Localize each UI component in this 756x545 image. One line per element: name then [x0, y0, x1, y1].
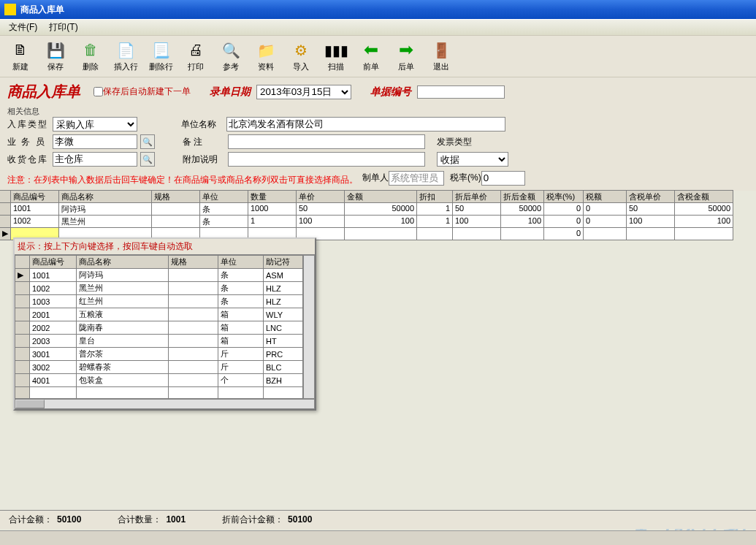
- remark-label: 备 注: [183, 136, 225, 148]
- tax-rate-label: 税率(%): [450, 172, 481, 184]
- magnify-icon: 🔍: [221, 40, 241, 60]
- creator-label: 制单人: [362, 172, 389, 184]
- warehouse-label: 收货仓库: [7, 153, 50, 166]
- folder-icon: 📁: [256, 40, 276, 60]
- operator-lookup-button[interactable]: 🔍: [140, 134, 155, 149]
- inbound-type-select[interactable]: 采购入库: [53, 117, 137, 132]
- form-legend: 相关信息: [7, 106, 749, 117]
- window-title: 商品入库单: [20, 4, 64, 16]
- gear-icon: ⚙: [291, 40, 311, 60]
- delete-row-button[interactable]: 📃删除行: [145, 39, 177, 74]
- list-item[interactable]: [15, 387, 303, 399]
- total-qty-value: 1001: [166, 514, 186, 525]
- extra-note-label: 附加说明: [183, 153, 225, 166]
- import-button[interactable]: ⚙导入: [285, 39, 317, 74]
- total-qty-label: 合计数量：: [118, 514, 161, 525]
- auto-new-checkbox[interactable]: 保存后自动新建下一单: [93, 85, 191, 98]
- unit-name-input[interactable]: [226, 117, 505, 132]
- barcode-icon: ▮▮▮: [326, 40, 346, 60]
- deleterow-icon: 📃: [150, 40, 171, 60]
- list-item[interactable]: 2002陇南春箱LNC: [15, 321, 303, 335]
- next-button[interactable]: ➡后单: [390, 39, 422, 74]
- lookup-table[interactable]: 商品编号商品名称规格单位助记符 ▶1001阿诗玛条ASM 1002黑兰州条HLZ…: [15, 255, 303, 399]
- remark-input[interactable]: [228, 134, 425, 149]
- bill-date-label: 录单日期: [210, 85, 251, 99]
- list-item[interactable]: 3002碧螺春茶斤BLC: [15, 361, 303, 374]
- invoice-type-select[interactable]: 收据: [437, 152, 508, 167]
- main-grid[interactable]: 商品编号 商品名称 规格 单位 数量 单价 金额 折扣 折后单价 折后金额 税率…: [0, 191, 756, 240]
- total-amount-value: 50100: [57, 514, 81, 525]
- operator-input[interactable]: [53, 134, 137, 149]
- disk-icon: 💾: [45, 40, 66, 60]
- grid-header-row: 商品编号 商品名称 规格 单位 数量 单价 金额 折扣 折后单价 折后金额 税率…: [0, 191, 756, 203]
- bill-no-input[interactable]: [417, 85, 505, 99]
- inbound-type-label: 入库类型: [7, 118, 50, 131]
- status-bar: [0, 530, 756, 545]
- before-disc-value: 50100: [288, 514, 312, 525]
- tax-rate-input[interactable]: [481, 171, 525, 186]
- menu-file[interactable]: 文件(F): [3, 20, 43, 35]
- vertical-scrollbar[interactable]: [303, 255, 315, 399]
- total-amount-label: 合计金额：: [9, 514, 53, 525]
- arrow-left-icon: ⬅: [361, 39, 381, 60]
- trash-icon: 🗑: [80, 40, 101, 60]
- info-button[interactable]: 📁资料: [250, 39, 282, 74]
- operator-label: 业 务 员: [7, 136, 50, 148]
- list-item[interactable]: 2003皇台箱HT: [15, 335, 303, 348]
- insert-row-button[interactable]: 📄插入行: [110, 39, 142, 74]
- list-item[interactable]: 4001包装盒个BZH: [15, 374, 303, 387]
- file-icon: 🗎: [10, 40, 31, 60]
- list-item[interactable]: 2001五粮液箱WLY: [15, 308, 303, 321]
- form-area: 商品入库单 保存后自动新建下一单 录单日期 2013年03月15日 单据编号 相…: [0, 77, 756, 191]
- extra-note-input[interactable]: [228, 152, 425, 167]
- bill-date-select[interactable]: 2013年03月15日: [256, 85, 351, 99]
- list-item[interactable]: ▶1001阿诗玛条ASM: [15, 269, 303, 282]
- table-row[interactable]: 1002黑兰州条1100100110010000100100: [0, 216, 756, 228]
- page-title: 商品入库单: [7, 82, 80, 102]
- table-row[interactable]: 1001阿诗玛条1000505000015050000005050000: [0, 203, 756, 216]
- footer-bar: 合计金额：50100 合计数量：1001 折前合计金额：50100: [0, 510, 756, 529]
- unit-name-label: 单位名称: [181, 118, 224, 131]
- insert-icon: 📄: [115, 40, 136, 60]
- toolbar: 🗎新建 💾保存 🗑删除 📄插入行 📃删除行 🖨打印 🔍参考 📁资料 ⚙导入 ▮▮…: [0, 35, 756, 77]
- scan-button[interactable]: ▮▮▮扫描: [320, 39, 352, 74]
- menu-print[interactable]: 打印(T): [43, 20, 83, 35]
- bill-no-label: 单据编号: [370, 85, 411, 99]
- invoice-type-label: 发票类型: [437, 136, 479, 148]
- list-item[interactable]: 3001普尔茶斤PRC: [15, 348, 303, 361]
- prev-button[interactable]: ⬅前单: [355, 39, 387, 74]
- warehouse-lookup-button[interactable]: 🔍: [140, 152, 155, 167]
- before-disc-label: 折前合计金额：: [222, 514, 283, 525]
- lookup-hint: 提示：按上下方向键选择，按回车键自动选取: [15, 239, 315, 255]
- save-button[interactable]: 💾保存: [39, 39, 72, 74]
- printer-icon: 🖨: [186, 40, 206, 60]
- exit-button[interactable]: 🚪退出: [425, 39, 457, 74]
- horizontal-scrollbar[interactable]: [15, 399, 315, 409]
- app-icon: [4, 4, 16, 15]
- product-lookup-popup[interactable]: 提示：按上下方向键选择，按回车键自动选取 商品编号商品名称规格单位助记符 ▶10…: [13, 237, 316, 411]
- creator-input: [389, 171, 444, 186]
- notice-text: 注意：在列表中输入数据后击回车键确定！在商品编号或商品名称列双击可直接选择商品。: [7, 174, 358, 186]
- reference-button[interactable]: 🔍参考: [215, 39, 247, 74]
- warehouse-input[interactable]: [53, 152, 137, 167]
- delete-button[interactable]: 🗑删除: [75, 39, 107, 74]
- list-item[interactable]: 1003红兰州条HLZ: [15, 295, 303, 308]
- new-button[interactable]: 🗎新建: [4, 39, 37, 74]
- titlebar: 商品入库单: [0, 0, 756, 19]
- arrow-right-icon: ➡: [396, 39, 416, 60]
- exit-icon: 🚪: [431, 40, 451, 60]
- list-item[interactable]: 1002黑兰州条HLZ: [15, 282, 303, 295]
- menubar: 文件(F) 打印(T): [0, 19, 756, 35]
- print-button[interactable]: 🖨打印: [180, 39, 212, 74]
